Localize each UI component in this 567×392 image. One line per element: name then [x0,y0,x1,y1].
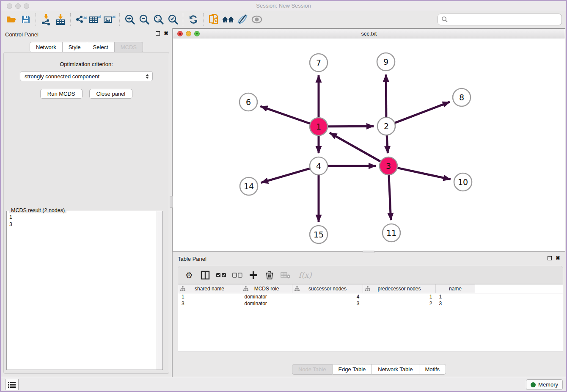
import-table-icon[interactable] [53,13,68,26]
table-cell[interactable]: 3 [436,300,475,307]
column-header[interactable]: MCDS role [241,284,292,293]
criterion-value: strongly connected component [25,73,99,80]
graph-node-7[interactable]: 7 [310,54,328,72]
select-all-columns-icon[interactable] [215,269,227,281]
graph-node-14[interactable]: 14 [240,177,258,195]
export-image-icon[interactable] [102,13,117,26]
mcds-result-text[interactable]: 1 3 [9,214,155,368]
table-row[interactable]: 1dominator411 [178,293,563,301]
column-header[interactable]: shared name [178,284,241,293]
table-panel: Table Panel ✖ ⚙ f(x) [173,253,565,378]
mcds-result-title: MCDS result (2 nodes) [9,207,66,213]
table-cell[interactable]: 3 [178,300,241,307]
close-table-panel-icon[interactable]: ✖ [556,256,560,260]
toolbar-separator [203,13,204,26]
table-cell[interactable]: dominator [241,293,292,301]
table-cell[interactable]: 1 [436,293,475,301]
graph-edge-3-1[interactable] [330,133,380,161]
zoom-fit-icon[interactable] [151,13,166,26]
task-history-button[interactable] [5,379,19,390]
apply-layout-icon[interactable] [186,13,201,26]
column-header[interactable]: predecessor nodes [363,284,436,293]
function-builder-icon[interactable]: f(x) [296,269,314,281]
tab-network[interactable]: Network [30,42,63,52]
clone-network-icon[interactable] [206,13,221,26]
show-columns-icon[interactable] [199,269,211,281]
graph-node-4[interactable]: 4 [310,157,328,175]
reset-home-icon[interactable] [221,13,235,26]
table-tabs: Node TableEdge TableNetwork TableMotifs [292,364,446,375]
add-row-icon[interactable] [248,269,259,281]
tab-select[interactable]: Select [87,42,115,52]
tab-edge-table[interactable]: Edge Table [332,364,372,375]
table-row[interactable]: 3dominator323 [178,300,563,307]
toggle-graphics-details-icon[interactable] [235,13,250,26]
table-cell[interactable]: 2 [363,300,436,307]
column-type-icon [365,286,370,291]
memory-button[interactable]: Memory [526,379,563,390]
tab-mcds[interactable]: MCDS [115,42,143,52]
search-icon [441,16,448,23]
toolbar-separator [70,13,71,26]
close-panel-button[interactable]: Close panel [89,89,133,99]
graph-edge-4-14[interactable] [261,168,310,182]
search-input[interactable] [450,15,561,24]
graph-node-2[interactable]: 2 [377,117,395,135]
graph-node-15[interactable]: 15 [310,226,328,243]
graph-node-6[interactable]: 6 [239,93,257,111]
graph-node-11[interactable]: 11 [383,224,400,242]
graph-node-3[interactable]: 3 [380,157,397,175]
memory-label: Memory [538,381,558,388]
save-session-icon[interactable] [19,13,33,26]
column-header[interactable]: name [436,284,475,293]
table-cell[interactable]: dominator [241,300,292,307]
result-scrollbar[interactable] [157,211,162,370]
svg-text:8: 8 [459,93,464,102]
graph-edge-2-8[interactable] [395,102,450,123]
graph-node-8[interactable]: 8 [453,88,471,106]
delete-row-icon[interactable] [264,269,275,281]
search-field [438,14,562,25]
svg-text:6: 6 [246,97,251,107]
graph-edge-3-10[interactable] [398,168,451,179]
close-panel-icon[interactable]: ✖ [164,31,168,36]
table-cell[interactable]: 3 [292,300,363,307]
list-icon [8,382,16,388]
graph-edge-2-3[interactable] [387,135,388,153]
graph-node-10[interactable]: 10 [454,173,472,191]
column-settings-icon[interactable]: ⚙ [183,269,195,281]
svg-text:7: 7 [316,58,321,67]
table-panel-title: Table Panel [178,256,206,262]
graph-node-1[interactable]: 1 [310,118,328,135]
zoom-in-icon[interactable] [123,13,137,26]
graph-edge-1-6[interactable] [260,106,310,124]
zoom-out-icon[interactable] [137,13,151,26]
graph-edge-3-11[interactable] [389,175,391,220]
criterion-select[interactable]: strongly connected component [20,71,153,81]
run-mcds-button[interactable]: Run MCDS [40,89,83,99]
graph-edge-2-9[interactable] [386,75,386,117]
column-header[interactable]: successor nodes [292,284,363,293]
export-table-icon[interactable] [88,13,102,26]
table-cell[interactable]: 1 [363,293,436,301]
table-cell[interactable]: 4 [292,293,363,301]
float-panel-icon[interactable] [156,31,160,36]
open-file-icon[interactable] [4,13,19,26]
float-table-panel-icon[interactable] [548,256,552,260]
export-network-icon[interactable] [74,13,88,26]
import-network-icon[interactable] [39,13,53,26]
zoom-selected-icon[interactable] [166,13,180,26]
network-window-titlebar[interactable]: x - + scc.txt [173,29,565,39]
table-cell[interactable]: 1 [178,293,241,301]
network-canvas[interactable]: 7968124314101511 [173,39,565,251]
show-hide-eye-icon[interactable] [250,13,264,26]
unselect-all-columns-icon[interactable] [231,269,243,281]
tab-node-table[interactable]: Node Table [292,364,333,375]
graph-node-9[interactable]: 9 [377,53,395,71]
tab-motifs[interactable]: Motifs [419,364,446,375]
tab-style[interactable]: Style [63,42,87,52]
delete-table-icon[interactable] [280,269,292,281]
graph-edge-1-2[interactable] [328,126,374,127]
svg-text:11: 11 [386,228,396,237]
tab-network-table[interactable]: Network Table [372,364,419,375]
